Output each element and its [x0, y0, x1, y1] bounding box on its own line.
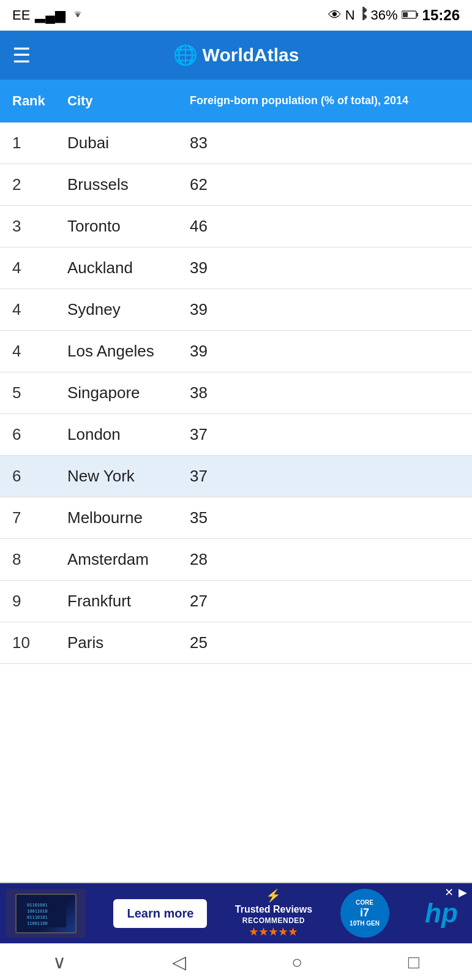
nav-home-button[interactable]: ○: [279, 947, 315, 978]
bottom-nav: ∨ ◁ ○ □: [0, 943, 472, 980]
row-rank: 8: [12, 550, 67, 569]
row-value: 25: [190, 633, 460, 652]
battery-icon: [402, 7, 419, 23]
svg-text:01101001: 01101001: [27, 903, 48, 908]
row-city: Brussels: [67, 175, 190, 194]
globe-icon: 🌐: [173, 43, 198, 67]
row-rank: 1: [12, 134, 67, 153]
svg-text:01110101: 01110101: [27, 915, 48, 920]
nav-scroll-down-button[interactable]: ∨: [40, 946, 78, 978]
row-value: 62: [190, 175, 460, 194]
row-city: Dubai: [67, 134, 190, 153]
trusted-stars: ★★★★★: [249, 926, 298, 939]
row-value: 38: [190, 383, 460, 402]
row-rank: 4: [12, 342, 67, 361]
svg-rect-1: [416, 13, 418, 17]
ad-close-icon[interactable]: ✕: [444, 886, 454, 899]
table-row[interactable]: 10 Paris 25: [0, 622, 472, 664]
trusted-bolt-icon: ⚡: [266, 888, 281, 903]
row-city: Amsterdam: [67, 550, 190, 569]
row-rank: 2: [12, 175, 67, 194]
ad-menu-icon[interactable]: ▶: [459, 886, 467, 899]
nav-recent-button[interactable]: □: [396, 947, 432, 978]
trusted-name: Trusted Reviews: [235, 903, 312, 916]
column-rank: Rank: [12, 93, 67, 109]
row-city: Sydney: [67, 300, 190, 319]
table-row[interactable]: 8 Amsterdam 28: [0, 539, 472, 581]
row-city: London: [67, 425, 190, 444]
ad-banner: ✕ ▶ 01101001 10011010 01110101 11001100 …: [0, 882, 472, 943]
row-rank: 7: [12, 508, 67, 527]
status-right: 👁 N 36% 15:26: [328, 7, 460, 24]
column-city: City: [67, 93, 190, 109]
row-value: 28: [190, 550, 460, 569]
row-value: 37: [190, 467, 460, 486]
row-city: Auckland: [67, 258, 190, 277]
table-header: Rank City Foreign-born population (% of …: [0, 80, 472, 123]
row-value: 46: [190, 217, 460, 236]
wifi-icon: [70, 7, 85, 23]
carrier-text: EE: [12, 7, 30, 23]
row-value: 83: [190, 134, 460, 153]
row-rank: 4: [12, 300, 67, 319]
n-icon: N: [345, 7, 355, 23]
hamburger-icon[interactable]: ☰: [12, 45, 31, 66]
nav-back-button[interactable]: ◁: [160, 946, 198, 978]
row-city: Toronto: [67, 217, 190, 236]
row-city: Los Angeles: [67, 342, 190, 361]
status-left: EE ▂▄▆: [12, 7, 85, 23]
row-rank: 5: [12, 383, 67, 402]
ad-learn-more-button[interactable]: Learn more: [113, 899, 207, 928]
row-city: Singapore: [67, 383, 190, 402]
row-rank: 4: [12, 258, 67, 277]
trusted-recommended: RECOMMENDED: [242, 916, 305, 926]
table-row[interactable]: 4 Los Angeles 39: [0, 331, 472, 372]
column-value: Foreign-born population (% of total), 20…: [190, 94, 460, 108]
eye-icon: 👁: [328, 7, 342, 23]
table-row[interactable]: 2 Brussels 62: [0, 164, 472, 206]
row-value: 39: [190, 300, 460, 319]
table-row[interactable]: 4 Sydney 39: [0, 289, 472, 331]
brand-logo[interactable]: 🌐 WorldAtlas: [173, 43, 299, 67]
svg-text:11001100: 11001100: [27, 921, 48, 926]
table-row[interactable]: 6 New York 37: [0, 456, 472, 497]
time-text: 15:26: [422, 7, 460, 24]
intel-core-label: CORE: [356, 899, 373, 907]
table-body: 1 Dubai 83 2 Brussels 62 3 Toronto 46 4 …: [0, 123, 472, 664]
ad-trusted-reviews: ⚡ Trusted Reviews RECOMMENDED ★★★★★: [235, 888, 312, 938]
row-rank: 6: [12, 467, 67, 486]
table-row[interactable]: 6 London 37: [0, 414, 472, 456]
table-row[interactable]: 1 Dubai 83: [0, 123, 472, 164]
table-row[interactable]: 3 Toronto 46: [0, 206, 472, 247]
ad-laptop-image: 01101001 10011010 01110101 11001100: [6, 889, 86, 938]
row-city: Frankfurt: [67, 592, 190, 611]
row-value: 39: [190, 342, 460, 361]
row-rank: 3: [12, 217, 67, 236]
table-row[interactable]: 7 Melbourne 35: [0, 497, 472, 539]
table-row[interactable]: 4 Auckland 39: [0, 247, 472, 289]
bluetooth-icon: [359, 7, 367, 24]
intel-i7-label: i7: [360, 907, 369, 920]
row-rank: 6: [12, 425, 67, 444]
row-value: 37: [190, 425, 460, 444]
signal-icon: ▂▄▆: [35, 7, 66, 23]
row-city: Paris: [67, 633, 190, 652]
row-city: Melbourne: [67, 508, 190, 527]
ad-intel-logo: CORE i7 10TH GEN: [340, 889, 389, 938]
ad-laptop-screen: 01101001 10011010 01110101 11001100: [15, 894, 77, 933]
row-value: 39: [190, 258, 460, 277]
svg-text:10011010: 10011010: [27, 909, 48, 914]
row-city: New York: [67, 467, 190, 486]
intel-gen-label: 10TH GEN: [350, 920, 380, 927]
row-rank: 10: [12, 633, 67, 652]
brand-name: WorldAtlas: [203, 45, 299, 66]
row-value: 27: [190, 592, 460, 611]
row-rank: 9: [12, 592, 67, 611]
navbar: ☰ 🌐 WorldAtlas: [0, 31, 472, 80]
row-value: 35: [190, 508, 460, 527]
svg-rect-2: [403, 12, 408, 17]
table-row[interactable]: 5 Singapore 38: [0, 372, 472, 414]
status-bar: EE ▂▄▆ 👁 N 36% 15:26: [0, 0, 472, 31]
battery-text: 36%: [371, 7, 398, 23]
table-row[interactable]: 9 Frankfurt 27: [0, 581, 472, 622]
